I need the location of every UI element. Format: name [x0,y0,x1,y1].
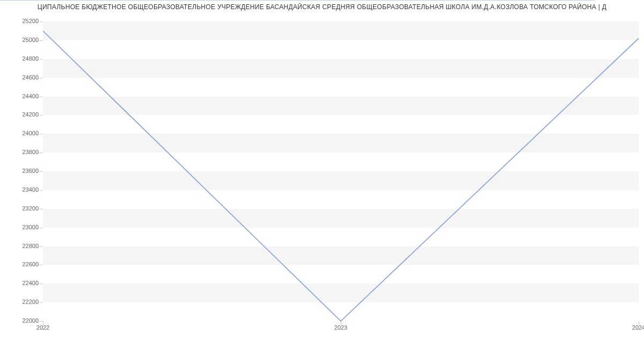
y-tick [39,246,43,247]
y-tick-label: 22200 [2,299,39,305]
y-tick-label: 23200 [2,205,39,212]
x-tick-label: 2024 [632,324,644,331]
x-tick [639,321,639,325]
y-tick [39,97,43,97]
x-axis-line [0,0,596,1]
plot-area [43,21,639,321]
y-tick-label: 24600 [2,74,39,81]
y-tick-label: 22800 [2,243,39,249]
y-tick [39,190,43,191]
series-line [43,31,639,321]
y-tick-label: 24000 [2,130,39,136]
y-tick [39,152,43,153]
y-tick-label: 25000 [2,37,39,43]
y-tick [39,78,43,78]
y-tick [39,134,43,134]
y-tick [39,265,43,265]
chart-title: ЦИПАЛЬНОЕ БЮДЖЕТНОЕ ОБЩЕОБРАЗОВАТЕЛЬНОЕ … [0,3,644,11]
y-tick [39,321,43,322]
y-tick-label: 24800 [2,55,39,62]
y-tick [39,21,43,22]
y-tick-label: 22600 [2,261,39,267]
y-tick-label: 22000 [2,317,39,324]
y-tick [39,228,43,228]
y-tick-label: 25200 [2,18,39,24]
y-tick [39,171,43,172]
y-tick [39,40,43,41]
y-tick-label: 23800 [2,149,39,155]
y-tick-label: 23000 [2,224,39,230]
chart-container: ЦИПАЛЬНОЕ БЮДЖЕТНОЕ ОБЩЕОБРАЗОВАТЕЛЬНОЕ … [0,0,644,349]
y-tick [39,59,43,60]
line-series [43,21,639,321]
y-tick-label: 22400 [2,280,39,286]
x-tick-label: 2022 [36,324,49,331]
x-tick [341,321,341,325]
y-tick-label: 24200 [2,111,39,118]
y-tick [39,302,43,303]
y-tick-label: 23400 [2,186,39,193]
x-tick [43,321,43,325]
y-tick [39,209,43,209]
x-tick-label: 2023 [334,324,347,331]
y-tick [39,283,43,284]
y-tick-label: 24400 [2,93,39,99]
y-tick-label: 23600 [2,168,39,174]
y-tick [39,115,43,115]
